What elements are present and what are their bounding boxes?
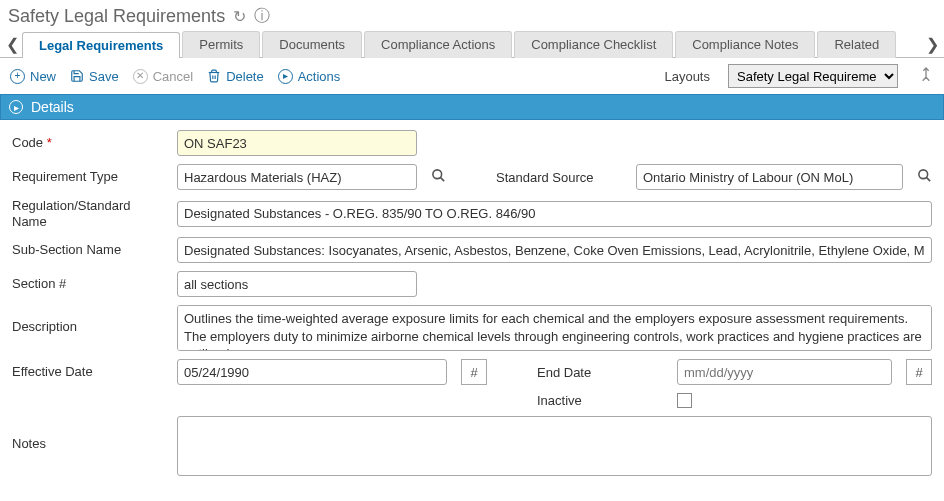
description-input[interactable]: Outlines the time-weighted average expos… — [177, 305, 932, 351]
end-date-label: End Date — [537, 365, 667, 380]
cancel-icon: ✕ — [133, 69, 148, 84]
save-button[interactable]: Save — [70, 69, 119, 84]
section-details-header[interactable]: ▸ Details — [0, 94, 944, 120]
std-source-input[interactable] — [636, 164, 903, 190]
tab-documents[interactable]: Documents — [262, 31, 362, 58]
cancel-label: Cancel — [153, 69, 193, 84]
description-label: Description — [12, 305, 167, 335]
save-icon — [70, 69, 84, 83]
tab-permits[interactable]: Permits — [182, 31, 260, 58]
delete-button[interactable]: Delete — [207, 69, 264, 84]
std-source-label: Standard Source — [496, 170, 626, 185]
svg-line-1 — [440, 177, 444, 181]
layouts-select[interactable]: Safety Legal Requireme... — [728, 64, 898, 88]
tab-compliance-checklist[interactable]: Compliance Checklist — [514, 31, 673, 58]
page-title: Safety Legal Requirements — [8, 6, 225, 27]
layouts-label: Layouts — [664, 69, 710, 84]
tabstrip: Legal Requirements Permits Documents Com… — [20, 31, 924, 58]
delete-label: Delete — [226, 69, 264, 84]
tab-related[interactable]: Related — [817, 31, 896, 58]
tab-compliance-actions[interactable]: Compliance Actions — [364, 31, 512, 58]
code-label: Code — [12, 135, 167, 151]
plus-icon: + — [10, 69, 25, 84]
tab-scroll-right[interactable]: ❯ — [924, 35, 940, 54]
pin-icon[interactable] — [918, 66, 934, 86]
calendar-icon[interactable]: # — [461, 359, 487, 385]
notes-label: Notes — [12, 416, 167, 452]
trash-icon — [207, 69, 221, 83]
reg-name-input[interactable] — [177, 201, 932, 227]
save-label: Save — [89, 69, 119, 84]
new-button[interactable]: + New — [10, 69, 56, 84]
subsection-input[interactable] — [177, 237, 932, 263]
end-date-input[interactable] — [677, 359, 892, 385]
calendar-icon[interactable]: # — [906, 359, 932, 385]
info-icon[interactable]: ⓘ — [254, 6, 270, 27]
code-input[interactable] — [177, 130, 417, 156]
req-type-input[interactable] — [177, 164, 417, 190]
collapse-icon[interactable]: ▸ — [9, 100, 23, 114]
play-icon: ▸ — [278, 69, 293, 84]
reg-name-label: Regulation/Standard Name — [12, 198, 167, 229]
section-num-input[interactable] — [177, 271, 417, 297]
section-num-label: Section # — [12, 276, 167, 292]
search-icon[interactable] — [431, 168, 446, 186]
subsection-label: Sub-Section Name — [12, 242, 167, 258]
svg-point-0 — [433, 170, 442, 179]
svg-line-3 — [926, 177, 930, 181]
new-label: New — [30, 69, 56, 84]
search-icon[interactable] — [917, 168, 932, 186]
tab-legal-requirements[interactable]: Legal Requirements — [22, 32, 180, 58]
refresh-icon[interactable]: ↻ — [233, 7, 246, 26]
tab-scroll-left[interactable]: ❮ — [4, 35, 20, 54]
notes-input[interactable] — [177, 416, 932, 476]
req-type-label: Requirement Type — [12, 169, 167, 185]
eff-date-label: Effective Date — [12, 364, 167, 380]
inactive-label: Inactive — [537, 393, 667, 408]
eff-date-input[interactable] — [177, 359, 447, 385]
inactive-checkbox[interactable] — [677, 393, 692, 408]
svg-point-2 — [919, 170, 928, 179]
actions-button[interactable]: ▸ Actions — [278, 69, 341, 84]
cancel-button[interactable]: ✕ Cancel — [133, 69, 193, 84]
actions-label: Actions — [298, 69, 341, 84]
tab-compliance-notes[interactable]: Compliance Notes — [675, 31, 815, 58]
section-details-title: Details — [31, 99, 74, 115]
